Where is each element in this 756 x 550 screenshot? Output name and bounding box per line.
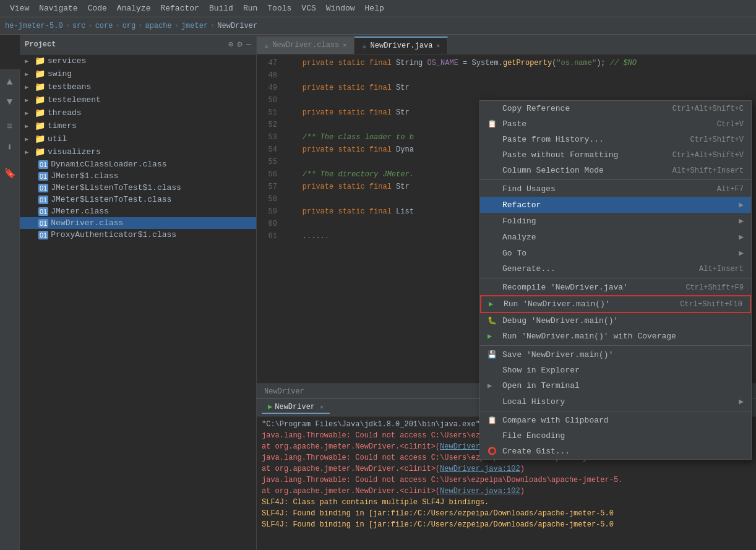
- tree-item-jmeter[interactable]: 01 JMeter.class: [20, 205, 256, 217]
- menu-view[interactable]: View: [5, 2, 34, 14]
- tree-label: timers: [48, 121, 77, 131]
- folder-icon: 📁: [35, 134, 45, 144]
- ctx-paste-no-format[interactable]: Paste without Formatting Ctrl+Alt+Shift+…: [480, 147, 751, 163]
- console-link[interactable]: NewDriver.java:102: [440, 465, 520, 473]
- menu-help[interactable]: Help: [360, 2, 389, 14]
- ctx-run-coverage[interactable]: ▶ Run 'NewDriver.main()' with Coverage: [480, 329, 751, 344]
- tree-label: JMeter$ListenToTest$1.class: [51, 183, 181, 192]
- tree-label: NewDriver.class: [51, 218, 123, 228]
- nav-bookmark-icon[interactable]: 🔖: [1, 165, 19, 182]
- menu-code[interactable]: Code: [83, 2, 112, 14]
- tree-item-services[interactable]: ▶ 📁 services: [20, 54, 256, 67]
- class-file-icon: 01: [38, 160, 48, 169]
- ctx-refactor[interactable]: Refactor ▶: [480, 197, 751, 213]
- menu-tools[interactable]: Tools: [262, 2, 296, 14]
- ctx-local-history[interactable]: Local History ▶: [480, 393, 751, 410]
- tree-item-jmeter-listen[interactable]: 01 JMeter$ListenToTest.class: [20, 194, 256, 205]
- tree-arrow: ▶: [25, 135, 35, 143]
- tree-label: testelement: [48, 95, 101, 105]
- menu-refactor[interactable]: Refactor: [155, 2, 204, 14]
- tree-item-proxyauth[interactable]: 01 ProxyAuthenticator$1.class: [20, 229, 256, 241]
- ctx-save[interactable]: 💾 Save 'NewDriver.main()': [480, 347, 751, 363]
- tree-item-timers[interactable]: ▶ 📁 timers: [20, 119, 256, 132]
- tree-item-jmeter1[interactable]: 01 JMeter$1.class: [20, 170, 256, 182]
- save-icon: 💾: [488, 350, 500, 359]
- breadcrumb-org[interactable]: org: [122, 22, 136, 30]
- tree-item-threads[interactable]: ▶ 📁 threads: [20, 106, 256, 119]
- tab-newdriver-java[interactable]: ☕ NewDriver.java ✕: [354, 37, 448, 54]
- context-menu: Copy Reference Ctrl+Alt+Shift+C 📋 Paste …: [479, 100, 752, 460]
- ctx-debug[interactable]: 🐛 Debug 'NewDriver.main()': [480, 313, 751, 329]
- tree-label: util: [48, 134, 67, 144]
- tree-item-testelement[interactable]: ▶ 📁 testelement: [20, 93, 256, 106]
- nav-download-icon[interactable]: ⬇: [4, 139, 15, 156]
- tab-close-button[interactable]: ✕: [436, 42, 440, 49]
- tree-item-testbeans[interactable]: ▶ 📁 testbeans: [20, 80, 256, 93]
- breadcrumb-jmeter[interactable]: jmeter: [181, 22, 208, 30]
- class-file-icon: 01: [38, 219, 48, 228]
- nav-scroll-up-icon[interactable]: ▲: [4, 74, 15, 90]
- left-nav: ▲ ▼ ≡ ⬇ 🔖: [0, 69, 20, 550]
- nav-scroll-down-icon[interactable]: ▼: [4, 94, 15, 110]
- folder-icon: 📁: [35, 82, 45, 92]
- ctx-folding[interactable]: Folding ▶: [480, 213, 751, 229]
- ctx-analyze[interactable]: Analyze ▶: [480, 229, 751, 245]
- ctx-compare-clipboard[interactable]: 📋 Compare with Clipboard: [480, 413, 751, 428]
- menu-analyze[interactable]: Analyze: [112, 2, 156, 14]
- breadcrumb-project[interactable]: he-jmeter-5.0: [5, 22, 63, 30]
- breadcrumb-src[interactable]: src: [72, 22, 86, 30]
- code-line-49: 49 private static final Str: [257, 82, 756, 94]
- menu-vcs[interactable]: VCS: [296, 2, 320, 14]
- console-line-warn1: SLF4J: Class path contains multiple SLF4…: [262, 497, 751, 508]
- folder-icon: 📁: [35, 108, 45, 118]
- ctx-run[interactable]: ▶ Run 'NewDriver.main()' Ctrl+Shift+F10: [480, 295, 751, 313]
- ctx-separator-1: [480, 179, 751, 180]
- tree-arrow: ▶: [25, 84, 35, 91]
- sidebar-icon-minus[interactable]: —: [246, 39, 251, 49]
- tree-item-newdriver[interactable]: 01 NewDriver.class: [20, 217, 256, 229]
- tree-item-dynamicclassloader[interactable]: 01 DynamicClassLoader.class: [20, 158, 256, 170]
- class-file-icon: 01: [38, 172, 48, 181]
- tab-close-button[interactable]: ✕: [343, 41, 346, 49]
- run-icon: ▶: [489, 299, 501, 309]
- menu-run[interactable]: Run: [238, 2, 262, 14]
- ctx-goto[interactable]: Go To ▶: [480, 245, 751, 261]
- breadcrumb-apache[interactable]: apache: [145, 22, 171, 30]
- menu-window[interactable]: Window: [321, 2, 360, 14]
- breadcrumb-newdriver: NewDriver: [217, 22, 257, 30]
- bottom-tab-newdriver[interactable]: ▶ NewDriver ✕: [262, 401, 330, 414]
- submenu-arrow-icon: ▶: [739, 248, 744, 258]
- menu-navigate[interactable]: Navigate: [34, 2, 82, 14]
- ctx-copy-reference[interactable]: Copy Reference Ctrl+Alt+Shift+C: [480, 101, 751, 116]
- debug-icon: 🐛: [488, 316, 500, 325]
- ctx-create-gist[interactable]: ⭕ Create Gist...: [480, 444, 751, 459]
- tree-item-visualizers[interactable]: ▶ 📁 visualizers: [20, 145, 256, 158]
- breadcrumb-core[interactable]: core: [95, 22, 113, 30]
- java-icon: ☕: [264, 41, 268, 50]
- ctx-paste-history[interactable]: Paste from History... Ctrl+Shift+V: [480, 132, 751, 147]
- tree-item-util[interactable]: ▶ 📁 util: [20, 132, 256, 145]
- ctx-generate[interactable]: Generate... Alt+Insert: [480, 261, 751, 277]
- compare-icon: 📋: [488, 416, 500, 425]
- tree-item-swing[interactable]: ▶ 📁 swing: [20, 67, 256, 80]
- tab-bar: ☕ NewDriver.class ✕ ☕ NewDriver.java ✕: [257, 35, 756, 54]
- tab-close-bottom[interactable]: ✕: [320, 403, 324, 411]
- ctx-open-terminal[interactable]: ▶ Open in Terminal: [480, 378, 751, 393]
- sidebar-icon-settings[interactable]: ⚙: [237, 39, 242, 49]
- ctx-paste[interactable]: 📋 Paste Ctrl+V: [480, 116, 751, 132]
- ctx-file-encoding[interactable]: File Encoding: [480, 428, 751, 444]
- sidebar-header: Project ⊕ ⚙ —: [20, 35, 256, 54]
- ctx-find-usages[interactable]: Find Usages Alt+F7: [480, 181, 751, 197]
- ctx-recompile[interactable]: Recompile 'NewDriver.java' Ctrl+Shift+F9: [480, 280, 751, 295]
- folder-icon: 📁: [35, 147, 45, 157]
- ctx-column-selection[interactable]: Column Selection Mode Alt+Shift+Insert: [480, 163, 751, 178]
- submenu-arrow-icon: ▶: [739, 397, 744, 406]
- nav-align-icon[interactable]: ≡: [4, 119, 15, 135]
- console-link[interactable]: NewDriver.java:102: [440, 487, 520, 496]
- tree-item-jmeter-listen1[interactable]: 01 JMeter$ListenToTest$1.class: [20, 182, 256, 194]
- menu-build[interactable]: Build: [204, 2, 238, 14]
- submenu-arrow-icon: ▶: [739, 216, 744, 226]
- ctx-show-explorer[interactable]: Show in Explorer: [480, 363, 751, 378]
- tab-newdriver-class[interactable]: ☕ NewDriver.class ✕: [257, 37, 354, 54]
- sidebar-icon-target[interactable]: ⊕: [228, 39, 233, 49]
